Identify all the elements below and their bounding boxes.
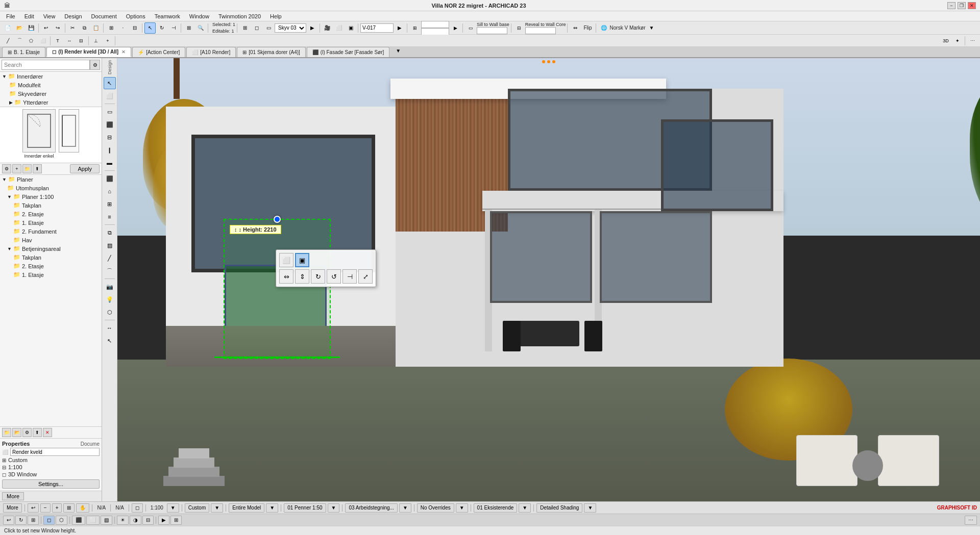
scale-dropdown[interactable]: ▼	[167, 503, 179, 513]
sill-value-input[interactable]: 0	[477, 27, 507, 34]
more-btn[interactable]: ⋯	[967, 35, 978, 46]
panel-add-btn[interactable]: +	[12, 164, 21, 173]
zoom-out-btn[interactable]: −	[40, 503, 51, 513]
tool-line[interactable]: ╱	[104, 252, 116, 264]
arc-tool[interactable]: ⌒	[14, 35, 25, 46]
tree-takplan2[interactable]: 📁 Takplan	[0, 253, 102, 262]
render-full[interactable]: ⊞	[170, 516, 182, 525]
fit-btn[interactable]: ⊞	[63, 503, 75, 513]
tab-close-1[interactable]: ✕	[121, 49, 126, 55]
view-type-plan[interactable]: ⊞	[239, 22, 251, 34]
text-tool[interactable]: T	[52, 35, 63, 46]
overrides-dropdown[interactable]: ▼	[456, 503, 468, 513]
rotate-tool[interactable]: ↻	[156, 22, 167, 34]
tab-a10-render[interactable]: ⬜ [A10 Render]	[186, 47, 236, 57]
overrides-btn[interactable]: No Overrides	[417, 503, 454, 513]
panel-folder-btn[interactable]: 📁	[22, 164, 32, 173]
view-type-elev[interactable]: ▭	[263, 22, 274, 34]
view-go[interactable]: ▶	[394, 22, 405, 34]
tool-stair[interactable]: ≡	[104, 211, 116, 223]
rect-tool[interactable]: ⬜	[37, 35, 48, 46]
tool-camera[interactable]: 📷	[104, 281, 116, 293]
undo-status-btn[interactable]: ↩	[28, 503, 39, 513]
save-btn[interactable]: 💾	[26, 22, 37, 34]
3d-mode-axo[interactable]: ⬡	[56, 516, 67, 525]
drawing-btn[interactable]: 03 Arbeidstegning...	[345, 503, 397, 513]
tree-planer100[interactable]: ▼ 📁 Planer 1:100	[0, 192, 102, 201]
tool-pointer2[interactable]: ↖	[104, 335, 116, 347]
3d-view-btn[interactable]: ◻	[132, 503, 143, 513]
paste-btn[interactable]: 📋	[90, 22, 102, 34]
camera-3[interactable]: ▣	[345, 22, 356, 34]
tool-dim[interactable]: ↔	[104, 322, 116, 334]
tree-etasje2-2[interactable]: 📁 2. Etasje	[0, 262, 102, 270]
story-dropdown[interactable]: Skyv 03	[275, 23, 306, 33]
tree-innerdorer[interactable]: ▼ 📁 Innerdører	[0, 72, 102, 81]
tree-hav[interactable]: 📁 Hav	[0, 236, 102, 244]
view-code-input[interactable]	[360, 23, 394, 33]
zoom-fit[interactable]: ⊞	[183, 22, 194, 34]
tool-zone[interactable]: ⧉	[104, 226, 116, 239]
popup-mirror[interactable]: ⊣	[342, 269, 357, 284]
popup-rect-door[interactable]: ⬜	[279, 253, 293, 267]
prop-render-input[interactable]: Render kveld	[10, 448, 100, 456]
new-btn[interactable]: 📄	[2, 22, 13, 34]
menu-twinmotion[interactable]: Twinmotion 2020	[214, 13, 265, 20]
minimize-button[interactable]: −	[947, 2, 955, 9]
tab-fasade-sor[interactable]: ⬛ (l) Fasade Sør [Fasade Sør]	[307, 47, 389, 57]
add-folder-btn[interactable]: 📁	[2, 428, 11, 437]
more-button[interactable]: More	[2, 492, 24, 500]
door-drag-handle[interactable]	[274, 216, 281, 223]
tool-door[interactable]: ⬛	[104, 118, 116, 131]
tab-more-btn[interactable]: ▼	[393, 45, 404, 56]
zoom-in-btn[interactable]: +	[52, 503, 62, 513]
popup-flip-h[interactable]: ⇔	[279, 269, 293, 284]
pen-btn[interactable]: 01 Penner 1:50	[284, 503, 326, 513]
tool-arc[interactable]: ⌒	[104, 265, 116, 277]
popup-door-active[interactable]: ▣	[295, 253, 309, 267]
thumb-1[interactable]	[22, 109, 56, 152]
bb-more[interactable]: ⋯	[965, 516, 977, 525]
nav-zoom-fit[interactable]: ⊞	[28, 516, 39, 525]
arrow-tool[interactable]: ↖	[144, 22, 156, 34]
tool-mesh[interactable]: ⊞	[104, 198, 116, 210]
menu-teamwork[interactable]: Teamwork	[151, 13, 184, 20]
tool-object[interactable]: ⬡	[104, 306, 116, 318]
viewport[interactable]: ↕ ↕ Height: 2210 ⬜ ▣ ⇔ ⇕ ↻	[117, 58, 980, 501]
open-folder-btn[interactable]: 📂	[12, 428, 21, 437]
menu-edit[interactable]: Edit	[20, 13, 38, 20]
tree-etasje1-2[interactable]: 📁 1. Etasje	[0, 270, 102, 279]
tool-beam[interactable]: ▬	[104, 157, 116, 169]
menu-design[interactable]: Design	[60, 13, 86, 20]
tool-fill[interactable]: ▨	[104, 239, 116, 251]
mirror-tool[interactable]: ⊣	[168, 22, 179, 34]
tree-utomhusplan[interactable]: 📁 Utomhusplan	[0, 184, 102, 192]
custom-btn[interactable]: Custom	[185, 503, 209, 513]
nav-orbit[interactable]: ↻	[15, 516, 27, 525]
sun-btn[interactable]: ☀	[117, 516, 129, 525]
menu-window[interactable]: Window	[185, 13, 213, 20]
shading-dropdown[interactable]: ▼	[584, 503, 596, 513]
tool-column[interactable]: ❙	[104, 144, 116, 156]
menu-document[interactable]: Document	[87, 13, 121, 20]
tree-fundament[interactable]: 📁 2. Fundament	[0, 227, 102, 236]
nav-back[interactable]: ↩	[3, 516, 14, 525]
layer-dropdown[interactable]: ▼	[519, 503, 531, 513]
undo-btn[interactable]: ↩	[40, 22, 52, 34]
restore-button[interactable]: ❐	[958, 2, 966, 9]
model-dropdown[interactable]: ▼	[266, 503, 278, 513]
tree-delete-btn[interactable]: ✕	[43, 428, 52, 437]
tool-select[interactable]: ↖	[104, 77, 116, 89]
shadow-btn[interactable]: ◑	[130, 516, 141, 525]
drawing-dropdown[interactable]: ▼	[399, 503, 411, 513]
tree-etasje1-1[interactable]: 📁 1. Etasje	[0, 218, 102, 227]
level-tool[interactable]: ⊟	[76, 35, 87, 46]
tab-action-center[interactable]: ⚡ [Action Center]	[132, 47, 185, 57]
menu-file[interactable]: File	[2, 13, 19, 20]
cut-btn[interactable]: ✂	[67, 22, 78, 34]
tree-move-btn[interactable]: ⬆	[33, 428, 42, 437]
redo-btn[interactable]: ↪	[52, 22, 63, 34]
tool-window[interactable]: ⊟	[104, 131, 116, 143]
tool-roof[interactable]: ⌂	[104, 185, 116, 197]
tree-settings-btn[interactable]: ⚙	[22, 428, 32, 437]
